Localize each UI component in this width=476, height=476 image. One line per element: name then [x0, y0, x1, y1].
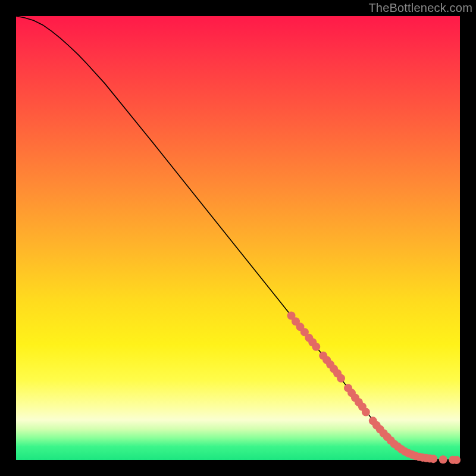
- attribution-label: TheBottleneck.com: [368, 1, 472, 15]
- data-marker: [429, 455, 437, 463]
- data-marker: [362, 408, 370, 416]
- chart-frame: TheBottleneck.com: [0, 0, 476, 476]
- marker-group: [287, 312, 461, 464]
- chart-svg: [16, 16, 460, 460]
- plot-area: [16, 16, 460, 460]
- data-marker: [312, 343, 320, 351]
- data-marker: [439, 455, 447, 464]
- data-marker: [452, 456, 461, 464]
- data-marker: [337, 374, 345, 383]
- curve-line: [16, 16, 460, 460]
